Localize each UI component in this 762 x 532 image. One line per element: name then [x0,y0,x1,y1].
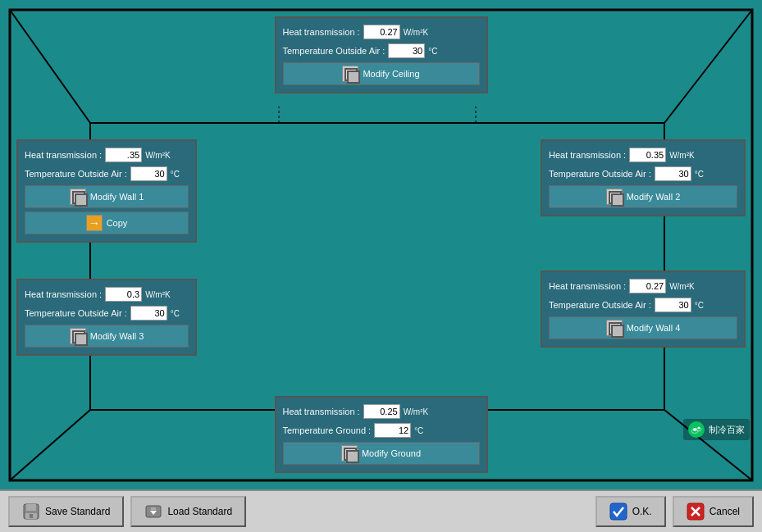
save-standard-button[interactable]: Save Standard [8,496,124,527]
watermark-text: 制冷百家 [709,424,745,436]
modify-ground-button[interactable]: Modify Ground [283,442,480,465]
modify-wall1-button[interactable]: Modify Wall 1 [25,185,189,208]
ceiling-transmission-input[interactable] [363,25,400,39]
cancel-label: Cancel [710,506,740,517]
load-label: Load Standard [167,506,232,517]
copy-wall1-button[interactable]: → Copy [25,211,189,234]
svg-rect-24 [151,507,156,510]
room-area: Heat transmission : W/m²K Temperature Ou… [0,0,762,489]
wall3-modify-icon [70,328,86,344]
wall1-transmission-input[interactable] [105,148,142,162]
ground-temp-label: Temperature Ground : [283,425,372,435]
ground-transmission-label: Heat transmission : [283,407,360,416]
cancel-icon [687,502,705,521]
load-standard-button[interactable]: Load Standard [130,496,246,527]
svg-line-4 [10,410,90,480]
ceiling-temp-row: Temperature Outside Air : °C [283,43,480,58]
wall3-temp-label: Temperature Outside Air : [25,308,127,318]
load-icon [144,502,162,521]
wall3-transmission-unit: W/m²K [145,290,171,299]
ground-panel: Heat transmission : W/m²K Temperature Gr… [275,396,488,473]
wall4-temp-input[interactable] [655,298,691,312]
wall4-temp-row: Temperature Outside Air : °C [549,298,737,312]
ceiling-transmission-row: Heat transmission : W/m²K [283,25,480,39]
modify-wall3-button[interactable]: Modify Wall 3 [25,325,189,348]
wall1-temp-row: Temperature Outside Air : °C [25,166,189,181]
svg-line-2 [10,10,90,123]
svg-rect-21 [30,514,33,518]
ceiling-transmission-label: Heat transmission : [283,27,360,37]
copy-label: Copy [107,218,128,228]
ground-transmission-row: Heat transmission : W/m²K [283,404,480,419]
wall4-modify-icon [606,320,623,336]
wall1-transmission-unit: W/m²K [145,151,171,160]
wall4-transmission-label: Heat transmission : [549,281,626,291]
wall1-transmission-row: Heat transmission : W/m²K [25,148,189,162]
wall3-button-label: Modify Wall 3 [90,331,144,341]
modify-wall2-button[interactable]: Modify Wall 2 [549,185,737,208]
toolbar-left: Save Standard Load Standard [8,496,246,527]
ceiling-button-label: Modify Ceiling [363,69,419,79]
wall4-transmission-row: Heat transmission : W/m²K [549,279,737,293]
ground-transmission-input[interactable] [363,404,400,419]
wall4-transmission-input[interactable] [629,279,666,293]
wall3-temp-unit: °C [171,309,180,318]
toolbar-right: O.K. Cancel [595,496,754,527]
wall4-panel: Heat transmission : W/m²K Temperature Ou… [541,271,746,348]
cancel-button[interactable]: Cancel [673,496,754,527]
wall4-button-label: Modify Wall 4 [627,323,681,333]
svg-line-3 [664,10,752,123]
ground-temp-input[interactable] [374,423,411,438]
wall4-transmission-unit: W/m²K [669,282,695,291]
wall2-transmission-row: Heat transmission : W/m²K [549,148,737,162]
ok-button[interactable]: O.K. [595,496,666,527]
toolbar: Save Standard Load Standard O.K. [0,489,762,532]
wall3-transmission-input[interactable] [105,287,142,302]
wall1-temp-label: Temperature Outside Air : [25,169,127,179]
arrow-icon: → [86,215,103,231]
wall3-panel: Heat transmission : W/m²K Temperature Ou… [16,279,197,356]
wall3-temp-input[interactable] [130,306,167,321]
wall1-transmission-label: Heat transmission : [25,150,102,160]
wall3-transmission-label: Heat transmission : [25,289,102,299]
ok-icon [609,502,627,521]
wall1-temp-input[interactable] [130,166,167,181]
modify-wall4-button[interactable]: Modify Wall 4 [549,316,737,339]
modify-ceiling-button[interactable]: Modify Ceiling [283,62,480,85]
ceiling-panel: Heat transmission : W/m²K Temperature Ou… [275,16,488,93]
wall2-modify-icon [606,189,623,205]
ceiling-temp-label: Temperature Outside Air : [283,46,386,56]
ground-temp-row: Temperature Ground : °C [283,423,480,438]
wall2-temp-label: Temperature Outside Air : [549,169,651,179]
wall1-temp-unit: °C [171,170,180,179]
wall2-temp-row: Temperature Outside Air : °C [549,166,737,181]
wall1-button-label: Modify Wall 1 [90,192,144,202]
wall3-temp-row: Temperature Outside Air : °C [25,306,189,321]
wall2-temp-unit: °C [695,170,704,179]
ceiling-temp-input[interactable] [388,43,425,58]
wall1-modify-icon [70,189,86,205]
wall4-temp-unit: °C [695,301,704,310]
wall1-panel: Heat transmission : W/m²K Temperature Ou… [16,139,197,243]
ceiling-temp-unit: °C [428,47,437,56]
wall2-transmission-label: Heat transmission : [549,150,626,160]
wall2-panel: Heat transmission : W/m²K Temperature Ou… [541,139,746,216]
wall2-transmission-input[interactable] [629,148,666,162]
wechat-icon [688,421,705,438]
save-label: Save Standard [45,506,110,517]
ground-modify-icon [341,445,358,462]
save-icon [22,502,40,521]
watermark: 制冷百家 [683,419,750,440]
ground-temp-unit: °C [414,426,423,435]
wall4-temp-label: Temperature Outside Air : [549,300,651,310]
ceiling-icon [342,66,358,82]
wall2-temp-input[interactable] [655,166,691,181]
svg-rect-19 [26,504,36,511]
ground-button-label: Modify Ground [362,448,421,458]
svg-rect-25 [610,503,627,520]
wall2-button-label: Modify Wall 2 [627,192,681,202]
ceiling-transmission-unit: W/m²K [404,28,429,37]
ground-transmission-unit: W/m²K [404,407,429,416]
svg-point-14 [693,428,696,431]
wall3-transmission-row: Heat transmission : W/m²K [25,287,189,302]
